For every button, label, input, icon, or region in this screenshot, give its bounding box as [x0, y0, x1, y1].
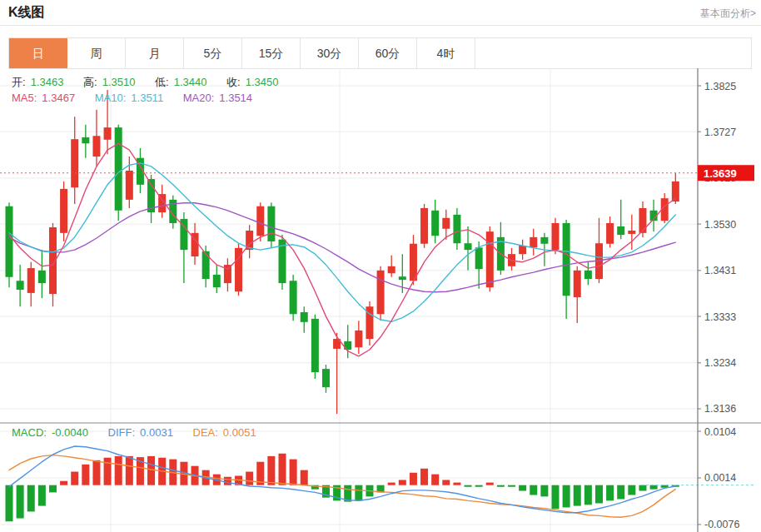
macd-bar: [246, 472, 253, 485]
close-label: 收:: [226, 76, 241, 88]
tab-4时[interactable]: 4时: [417, 38, 475, 68]
macd-bar: [617, 485, 624, 500]
tab-60分[interactable]: 60分: [359, 38, 417, 68]
macd-bar: [279, 454, 286, 485]
candle: [617, 226, 624, 235]
dea-value: 0.0051: [223, 426, 256, 439]
macd-label: MACD:: [12, 426, 47, 439]
candle: [104, 127, 112, 140]
page-title: K线图: [8, 4, 45, 22]
ma5-line: [9, 143, 675, 356]
candle: [552, 223, 560, 250]
macd-bar: [410, 473, 417, 485]
candle: [267, 206, 275, 241]
candle: [126, 171, 133, 200]
tab-30分[interactable]: 30分: [301, 38, 359, 68]
macd-bar: [530, 485, 537, 495]
candle: [563, 223, 570, 296]
macd-histogram: [6, 454, 679, 522]
ma20-label: MA20:: [183, 92, 215, 104]
candle: [574, 271, 581, 297]
candle: [290, 281, 297, 314]
macd-bar: [355, 485, 362, 501]
ma10-value: 1.3511: [131, 92, 163, 104]
candle: [399, 276, 406, 280]
candle: [301, 312, 308, 322]
candle: [606, 223, 614, 244]
axis-tick-label: 0.0104: [704, 426, 736, 438]
open-label: 开:: [12, 76, 26, 88]
tab-15分[interactable]: 15分: [242, 38, 301, 68]
high-value: 1.3510: [102, 76, 136, 88]
candle: [584, 271, 592, 279]
interval-tabbar: 日周月5分15分30分60分4时: [8, 37, 752, 69]
candle: [17, 281, 24, 290]
low-value: 1.3440: [174, 76, 207, 88]
macd-bar: [388, 483, 395, 485]
candle: [71, 139, 78, 187]
candles-group: [6, 90, 679, 414]
tab-日[interactable]: 日: [9, 38, 67, 68]
macd-bar: [639, 485, 646, 491]
macd-bar: [584, 485, 592, 505]
macd-bar: [38, 485, 46, 506]
macd-bar: [267, 456, 275, 485]
ohlc-legend: 开:1.3463 高:1.3510 低:1.3440 收:1.3450: [12, 75, 283, 90]
candle: [519, 246, 526, 254]
axis-tick-label: 1.3333: [704, 311, 736, 323]
ma20-value: 1.3514: [219, 92, 252, 104]
macd-bar: [49, 485, 57, 493]
candle: [442, 218, 450, 229]
tab-月[interactable]: 月: [126, 38, 184, 68]
candle: [82, 137, 89, 143]
last-price-label: 1.3639: [704, 167, 737, 180]
candle: [628, 231, 635, 234]
ma10-line: [9, 163, 675, 321]
tab-5分[interactable]: 5分: [184, 38, 242, 68]
tab-周[interactable]: 周: [67, 38, 126, 68]
macd-bar: [574, 485, 581, 506]
axis-tick-label: 1.3431: [704, 265, 736, 276]
macd-bar: [552, 485, 560, 510]
axis-tick-label: 1.3234: [704, 357, 736, 369]
fundamental-analysis-link[interactable]: 基本面分析>: [700, 7, 756, 21]
header: K线图 基本面分析>: [0, 0, 761, 25]
axis-tick-label: 1.3825: [704, 81, 736, 92]
macd-bar: [431, 475, 439, 485]
candle: [322, 369, 330, 387]
macd-bar: [224, 477, 231, 485]
macd-bar: [628, 485, 635, 495]
macd-bar: [399, 480, 406, 485]
macd-bar: [465, 485, 472, 487]
candle: [256, 206, 264, 236]
macd-bar: [453, 483, 460, 485]
candle: [355, 331, 362, 347]
macd-bar: [519, 485, 526, 491]
macd-bar: [420, 469, 428, 485]
candle: [377, 271, 385, 314]
candle: [38, 271, 46, 283]
candle: [115, 127, 122, 211]
candle: [410, 244, 417, 281]
macd-bar: [563, 485, 570, 508]
candle: [639, 208, 646, 233]
macd-legend: MACD:-0.0040 DIFF:0.0031 DEA:0.0051: [12, 426, 261, 439]
ma5-value: 1.3467: [42, 92, 75, 104]
macd-bar: [650, 485, 658, 490]
axis-tick-label: 0.0014: [704, 472, 736, 484]
header-divider: [0, 25, 761, 26]
candle: [465, 243, 472, 250]
candle: [540, 237, 548, 244]
high-label: 高:: [83, 76, 97, 88]
kline-chart: 1.38251.37271.36281.35301.34311.33331.32…: [0, 68, 761, 532]
candle: [202, 251, 210, 279]
candle: [388, 266, 395, 273]
dea-label: DEA:: [193, 426, 218, 439]
candle: [530, 237, 537, 247]
macd-bar: [290, 460, 297, 485]
macd-bar: [486, 483, 494, 485]
candle: [420, 208, 428, 244]
macd-bar: [6, 485, 13, 522]
macd-bar: [17, 485, 24, 519]
candle: [27, 268, 35, 293]
